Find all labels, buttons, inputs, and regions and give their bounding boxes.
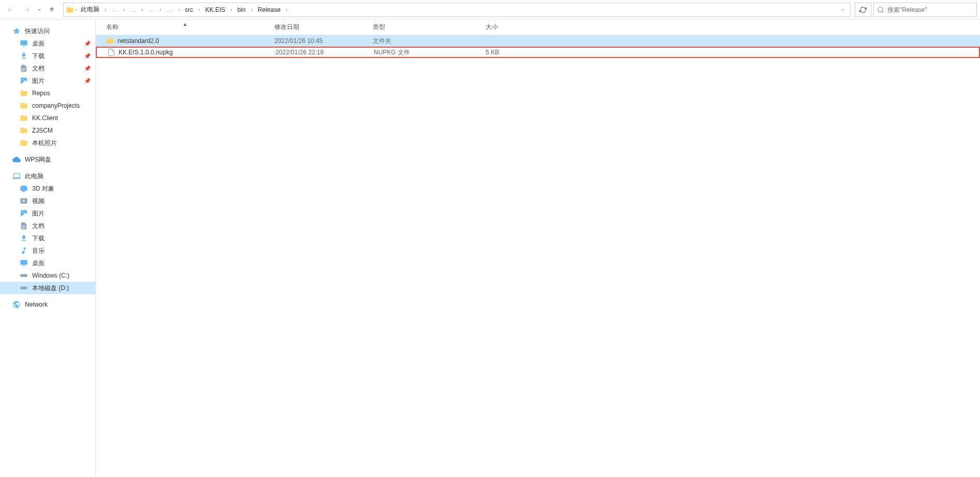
sidebar-item[interactable]: KK.Client — [0, 112, 95, 124]
nav-forward-button[interactable] — [20, 3, 34, 17]
sidebar-label: 快速访问 — [25, 27, 50, 36]
file-row[interactable]: KK.EIS.1.0.0.nupkg2022/01/26 22:16NUPKG … — [96, 47, 980, 58]
breadcrumb-item[interactable]: src — [182, 4, 196, 16]
folder-icon — [20, 139, 28, 147]
file-list: netstandard2.02022/01/26 10:45文件夹KK.EIS.… — [96, 35, 980, 477]
folder-icon — [20, 89, 28, 97]
sidebar-item-label: Windows (C:) — [32, 272, 69, 279]
sidebar-item[interactable]: 本机照片 — [0, 137, 95, 149]
column-header-date[interactable]: 修改日期 — [274, 23, 373, 32]
sidebar-wps[interactable]: WPS网盘 — [0, 153, 95, 166]
sidebar-item-label: Repos — [32, 90, 50, 97]
sidebar-item-label: 图片 — [32, 77, 45, 85]
sidebar-quick-access[interactable]: 快速访问 — [0, 25, 95, 37]
video-icon — [20, 197, 28, 205]
search-input[interactable] — [887, 6, 973, 13]
file-name: netstandard2.0 — [118, 37, 159, 45]
sidebar-item-label: 本机照片 — [32, 139, 57, 148]
svg-point-13 — [25, 287, 26, 288]
column-header-name[interactable]: ▲ 名称 — [96, 23, 274, 32]
nav-back-button[interactable] — [3, 3, 18, 17]
chevron-right-icon: › — [230, 7, 232, 12]
breadcrumb-item[interactable]: … — [127, 4, 139, 16]
nav-up-button[interactable] — [45, 3, 59, 17]
sidebar-item[interactable]: 图片📌 — [0, 75, 95, 87]
chevron-right-icon: › — [251, 7, 252, 12]
sidebar-item[interactable]: companyProjects — [0, 99, 95, 112]
sort-ascending-icon: ▲ — [183, 22, 187, 27]
sidebar-item[interactable]: 音乐 — [0, 244, 95, 257]
svg-point-0 — [878, 7, 883, 11]
file-type: NUPKG 文件 — [374, 48, 455, 57]
pin-icon: 📌 — [84, 40, 91, 47]
sidebar-item-label: 桌面 — [32, 259, 45, 268]
folder-icon — [20, 114, 28, 122]
breadcrumb-item[interactable]: … — [145, 4, 157, 16]
column-header-type[interactable]: 类型 — [373, 23, 454, 32]
pin-icon: 📌 — [84, 53, 91, 60]
download-icon — [20, 52, 28, 60]
refresh-button[interactable] — [855, 3, 871, 17]
breadcrumb-item[interactable]: … — [109, 4, 121, 16]
sidebar-this-pc[interactable]: 此电脑 — [0, 170, 95, 182]
sidebar-item-label: 3D 对象 — [32, 184, 54, 193]
sidebar-item[interactable]: Windows (C:) — [0, 269, 95, 282]
breadcrumb-item[interactable]: bin — [234, 4, 248, 16]
chevron-right-icon: › — [141, 7, 143, 12]
pin-icon: 📌 — [84, 65, 91, 72]
sidebar-item[interactable]: 文档 — [0, 220, 95, 232]
column-header-size[interactable]: 大小 — [454, 23, 503, 32]
search-box[interactable] — [873, 3, 977, 17]
sidebar-item-label: 音乐 — [32, 247, 45, 255]
chevron-right-icon: › — [105, 7, 106, 12]
breadcrumb-item[interactable]: KK.EIS — [202, 4, 228, 16]
svg-point-4 — [22, 79, 23, 80]
file-type: 文件夹 — [373, 37, 454, 46]
computer-icon — [12, 172, 21, 180]
breadcrumb-item[interactable]: 此电脑 — [78, 3, 103, 16]
sidebar-item[interactable]: 下载 — [0, 232, 95, 244]
address-bar[interactable]: › 此电脑 › … › … › … › … › src › KK.EIS › b… — [63, 3, 851, 17]
nav-history-dropdown[interactable] — [36, 3, 42, 17]
main-area: 快速访问 桌面📌下载📌文档📌图片📌ReposcompanyProjectsKK.… — [0, 20, 980, 477]
sidebar-item[interactable]: 视频 — [0, 195, 95, 207]
music-icon — [20, 247, 28, 255]
sidebar-item-label: KK.Client — [32, 114, 58, 122]
address-dropdown-button[interactable] — [838, 3, 848, 17]
sidebar-label: 此电脑 — [25, 172, 43, 181]
sidebar-item[interactable]: 桌面 — [0, 257, 95, 269]
svg-point-7 — [22, 212, 23, 213]
columns-header: ▲ 名称 修改日期 类型 大小 — [96, 20, 980, 35]
svg-rect-10 — [20, 274, 27, 277]
sidebar-item[interactable]: Repos — [0, 87, 95, 99]
sidebar-item-label: 下载 — [32, 52, 45, 61]
sidebar-item[interactable]: 图片 — [0, 207, 95, 220]
sidebar-item[interactable]: ZJSCM — [0, 124, 95, 137]
sidebar-item[interactable]: 文档📌 — [0, 62, 95, 75]
svg-rect-1 — [20, 40, 27, 45]
drive-icon — [20, 284, 28, 292]
desktop-icon — [20, 39, 28, 48]
svg-rect-9 — [22, 266, 25, 266]
file-date: 2022/01/26 22:16 — [275, 49, 374, 56]
content-pane: ▲ 名称 修改日期 类型 大小 netstandard2.02022/01/26… — [96, 20, 980, 477]
sidebar-item-label: 文档 — [32, 64, 45, 73]
sidebar-item-label: 文档 — [32, 222, 45, 230]
breadcrumb-item[interactable]: Release — [255, 4, 284, 16]
svg-rect-8 — [20, 260, 27, 265]
sidebar-item-label: companyProjects — [32, 102, 80, 109]
breadcrumb-item[interactable]: … — [164, 4, 176, 16]
desktop-icon — [20, 259, 28, 267]
search-icon — [877, 6, 884, 13]
sidebar-item-label: 图片 — [32, 209, 45, 218]
sidebar-item[interactable]: 下载📌 — [0, 50, 95, 62]
svg-point-11 — [25, 275, 26, 276]
pin-icon: 📌 — [84, 78, 91, 84]
file-row[interactable]: netstandard2.02022/01/26 10:45文件夹 — [96, 35, 980, 47]
sidebar-item[interactable]: 3D 对象 — [0, 182, 95, 195]
sidebar-item[interactable]: 桌面📌 — [0, 37, 95, 50]
sidebar-item[interactable]: 本地磁盘 (D:) — [0, 282, 95, 294]
sidebar-network[interactable]: Network — [0, 298, 95, 311]
star-icon — [12, 27, 21, 35]
chevron-right-icon: › — [178, 7, 180, 12]
